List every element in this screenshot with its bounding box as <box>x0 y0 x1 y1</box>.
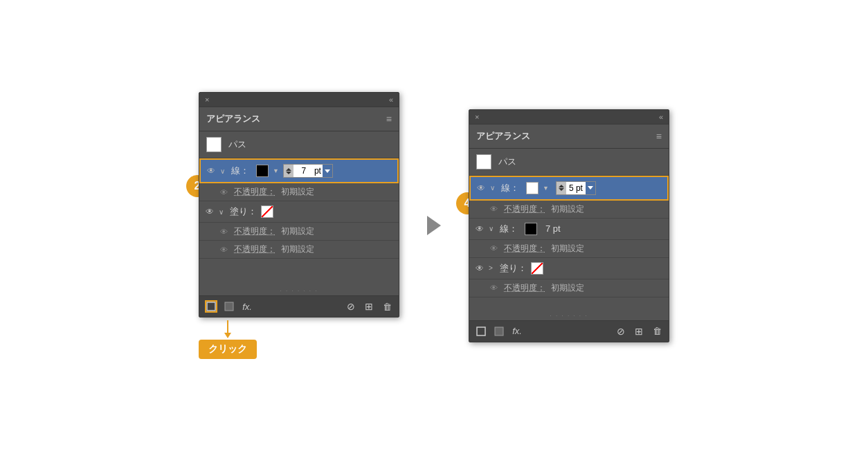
left-path-row: パス <box>199 131 399 158</box>
left-opacity-1-eye[interactable]: 👁 <box>219 188 228 196</box>
right-stroke-2-chevron[interactable]: ∨ <box>489 225 496 232</box>
left-stroke-chevron[interactable]: ∨ <box>220 167 227 175</box>
left-panel-collapse[interactable]: « <box>389 95 393 104</box>
right-panel-wrapper: 4 × « アピアランス ≡ パス 👁 ∨ 線： <box>469 109 669 342</box>
right-stroke-2-swatch[interactable] <box>525 223 537 235</box>
right-stroke-row-2[interactable]: 👁 ∨ 線： 7 pt <box>469 219 669 240</box>
left-stroke-spin-down[interactable] <box>286 172 291 174</box>
right-stroke-1-unit-arrow <box>588 186 593 190</box>
svg-rect-3 <box>495 327 503 335</box>
left-toolbar-delete[interactable]: 🗑 <box>381 300 393 313</box>
right-panel-title: アピアランス <box>476 130 530 142</box>
svg-rect-2 <box>477 327 485 335</box>
right-opacity-2-value: 初期設定 <box>551 243 584 255</box>
right-spacer <box>469 297 669 311</box>
right-scroll-indicator: · · · · · · · <box>469 311 669 320</box>
left-path-thumbnail <box>206 137 221 152</box>
left-toolbar-fx[interactable]: fx. <box>241 300 253 313</box>
right-stroke-1-label: 線： <box>501 182 522 194</box>
right-toolbar-fx[interactable]: fx. <box>511 325 523 338</box>
left-fill-chevron[interactable]: ∨ <box>219 208 226 216</box>
left-opacity-1-label: 不透明度： <box>234 186 275 198</box>
left-stroke-unit-dropdown[interactable] <box>323 165 332 177</box>
left-fill-swatch[interactable] <box>261 205 273 218</box>
right-stroke-1-spin-down[interactable] <box>559 188 564 191</box>
left-stroke-spin-arrows[interactable] <box>284 165 293 177</box>
left-scroll-dots: · · · · · · · <box>280 288 318 294</box>
left-stroke-spin-up[interactable] <box>286 168 291 171</box>
right-stroke-row-1[interactable]: 👁 ∨ 線： ▼ 5 pt <box>469 176 669 201</box>
left-panel-close[interactable]: × <box>205 95 209 104</box>
right-stroke-1-spinbox[interactable]: 5 pt <box>556 181 596 195</box>
right-toolbar-stroke-icon[interactable] <box>475 325 487 338</box>
right-toolbar: fx. ⊘ ⊞ 🗑 <box>469 320 669 342</box>
left-toolbar-fill-icon[interactable] <box>223 300 235 313</box>
right-panel: × « アピアランス ≡ パス 👁 ∨ 線： ▼ <box>469 109 669 342</box>
right-stroke-1-spin-up[interactable] <box>559 185 564 187</box>
right-stroke-1-value[interactable]: 5 pt <box>566 183 586 193</box>
left-panel-title: アピアランス <box>206 113 260 125</box>
svg-rect-1 <box>225 302 233 311</box>
right-stroke-1-spin-arrows[interactable] <box>557 182 566 194</box>
right-panel-titlebar: × « <box>469 110 669 125</box>
right-opacity-2-eye[interactable]: 👁 <box>489 244 498 252</box>
left-stroke-swatch-dropdown[interactable]: ▼ <box>273 167 279 174</box>
left-toolbar-stroke-icon[interactable] <box>205 300 217 313</box>
right-toolbar-fill-icon[interactable] <box>493 325 505 338</box>
right-stroke-2-label: 線： <box>500 223 521 235</box>
left-opacity-2-eye[interactable]: 👁 <box>219 228 228 236</box>
right-opacity-3-value: 初期設定 <box>551 282 584 294</box>
left-fill-eye[interactable]: 👁 <box>205 207 215 217</box>
left-panel-header: アピアランス ≡ <box>199 107 399 131</box>
left-stroke-unit-arrow <box>325 169 330 173</box>
left-opacity-2-label: 不透明度： <box>234 226 275 237</box>
right-fill-swatch[interactable] <box>531 262 543 275</box>
right-stroke-1-eye[interactable]: 👁 <box>476 183 486 193</box>
svg-rect-0 <box>207 302 215 311</box>
left-stroke-eye[interactable]: 👁 <box>206 166 216 176</box>
left-panel-menu-icon[interactable]: ≡ <box>386 113 392 125</box>
right-opacity-3-eye[interactable]: 👁 <box>489 284 498 292</box>
right-stroke-1-unit-dropdown[interactable] <box>586 182 595 194</box>
left-stroke-value[interactable]: 7 <box>293 166 314 176</box>
left-opacity-3-eye[interactable]: 👁 <box>219 246 228 254</box>
right-stroke-1-swatch-dropdown[interactable]: ▼ <box>543 185 549 192</box>
left-toolbar-no[interactable]: ⊘ <box>345 300 357 313</box>
left-toolbar-add[interactable]: ⊞ <box>363 300 375 313</box>
right-fill-chevron[interactable]: > <box>489 264 496 272</box>
arrow-container <box>427 216 441 235</box>
right-path-thumbnail <box>476 154 491 169</box>
right-stroke-1-chevron[interactable]: ∨ <box>490 184 497 192</box>
right-opacity-row-3: 👁 不透明度： 初期設定 <box>469 279 669 297</box>
click-arrow <box>227 320 228 334</box>
left-scroll-indicator: · · · · · · · <box>199 286 399 295</box>
right-toolbar-delete[interactable]: 🗑 <box>651 325 663 338</box>
right-stroke-1-swatch[interactable] <box>526 182 539 194</box>
right-scroll-dots: · · · · · · · <box>550 313 588 319</box>
left-panel-titlebar: × « <box>199 93 399 107</box>
left-stroke-swatch[interactable] <box>256 165 269 177</box>
main-container: 2 × « アピアランス ≡ パス 👁 ∨ 線： <box>185 78 683 373</box>
right-panel-collapse[interactable]: « <box>659 113 663 121</box>
right-opacity-1-eye[interactable]: 👁 <box>489 205 498 213</box>
right-fill-row[interactable]: 👁 > 塗り： <box>469 258 669 279</box>
right-toolbar-no[interactable]: ⊘ <box>615 325 627 338</box>
left-panel-wrapper: 2 × « アピアランス ≡ パス 👁 ∨ 線： <box>199 92 399 317</box>
right-panel-menu-icon[interactable]: ≡ <box>656 131 662 142</box>
right-opacity-3-label: 不透明度： <box>504 282 545 294</box>
right-stroke-2-eye[interactable]: 👁 <box>475 224 485 234</box>
left-fill-row[interactable]: 👁 ∨ 塗り： <box>199 201 399 223</box>
right-fill-eye[interactable]: 👁 <box>475 264 485 273</box>
right-panel-close[interactable]: × <box>475 113 479 121</box>
right-toolbar-add[interactable]: ⊞ <box>633 325 645 338</box>
left-opacity-2-value: 初期設定 <box>281 226 314 237</box>
left-opacity-3-value: 初期設定 <box>281 243 314 255</box>
left-stroke-row[interactable]: 👁 ∨ 線： ▼ 7 pt <box>199 158 399 183</box>
left-spacer <box>199 259 399 286</box>
click-label-container: クリック <box>199 320 257 359</box>
left-stroke-label: 線： <box>231 165 252 177</box>
left-stroke-spinbox[interactable]: 7 pt <box>283 164 333 178</box>
right-fill-label: 塗り： <box>500 262 527 275</box>
right-opacity-1-label: 不透明度： <box>504 203 545 215</box>
right-stroke-2-value: 7 pt <box>545 223 561 234</box>
